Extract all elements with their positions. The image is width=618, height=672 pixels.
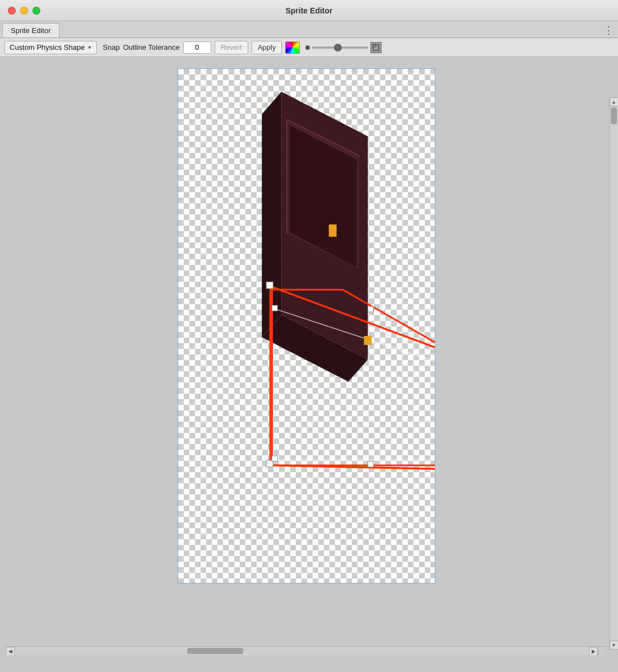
svg-marker-6 (290, 125, 356, 268)
svg-rect-16 (368, 306, 373, 312)
svg-rect-19 (272, 305, 277, 311)
zoom-slider[interactable] (312, 46, 368, 49)
svg-rect-18 (368, 461, 373, 467)
maximize-button[interactable] (32, 7, 40, 15)
vertical-scrollbar[interactable]: ▲ ▼ (609, 97, 618, 650)
zoom-max-icon (370, 42, 382, 53)
h-scroll-track[interactable] (15, 647, 589, 655)
svg-rect-9 (328, 225, 336, 237)
svg-rect-0 (373, 45, 379, 50)
apply-button[interactable]: Apply (252, 41, 282, 54)
scrollbar-corner (598, 646, 607, 655)
snap-label: Snap (103, 43, 119, 52)
v-scroll-thumb[interactable] (611, 108, 617, 124)
scroll-right-button[interactable]: ▶ (589, 647, 598, 656)
mode-dropdown[interactable]: Custom Physics Shape ▼ (4, 41, 97, 54)
svg-marker-3 (262, 92, 281, 337)
scroll-left-button[interactable]: ◀ (6, 647, 15, 656)
zoom-min-icon (305, 45, 310, 50)
toolbar: Custom Physics Shape ▼ Snap Outline Tole… (0, 38, 618, 57)
tolerance-input[interactable] (183, 41, 211, 54)
tab-sprite-editor[interactable]: Sprite Editor (2, 23, 59, 38)
revert-button[interactable]: Revert (215, 41, 248, 54)
svg-marker-11 (272, 290, 435, 471)
h-scroll-thumb[interactable] (187, 648, 243, 654)
svg-marker-10 (270, 290, 435, 465)
svg-marker-2 (281, 92, 368, 360)
scroll-up-button[interactable]: ▲ (610, 97, 619, 106)
main-area: ▲ ▼ (0, 57, 618, 661)
svg-rect-22 (272, 456, 277, 461)
svg-rect-15 (266, 460, 273, 467)
svg-marker-4 (262, 315, 368, 381)
svg-marker-5 (287, 120, 359, 270)
minimize-button[interactable] (20, 7, 28, 15)
canvas-wrap[interactable]: ◀ ▶ (6, 63, 607, 655)
window-title: Sprite Editor (285, 6, 332, 15)
scroll-down-button[interactable]: ▼ (610, 641, 619, 650)
tabbar: Sprite Editor ⋮ (0, 21, 618, 38)
sprite-canvas[interactable] (178, 68, 435, 584)
close-button[interactable] (8, 7, 16, 15)
titlebar: Sprite Editor (0, 0, 618, 21)
svg-line-7 (287, 120, 359, 156)
v-scroll-track[interactable] (610, 106, 618, 641)
svg-rect-1 (372, 44, 375, 47)
zoom-control (305, 42, 382, 53)
tab-more-icon[interactable]: ⋮ (603, 25, 614, 35)
color-picker-button[interactable] (285, 41, 300, 54)
svg-rect-23 (364, 336, 371, 345)
sprite-drawing (178, 69, 435, 583)
sprite-viewport[interactable] (6, 63, 607, 655)
horizontal-scrollbar[interactable]: ◀ ▶ (6, 646, 598, 655)
chevron-down-icon: ▼ (87, 45, 92, 50)
tolerance-label: Outline Tolerance (123, 43, 180, 52)
window-controls (8, 7, 40, 15)
svg-rect-12 (266, 282, 273, 288)
